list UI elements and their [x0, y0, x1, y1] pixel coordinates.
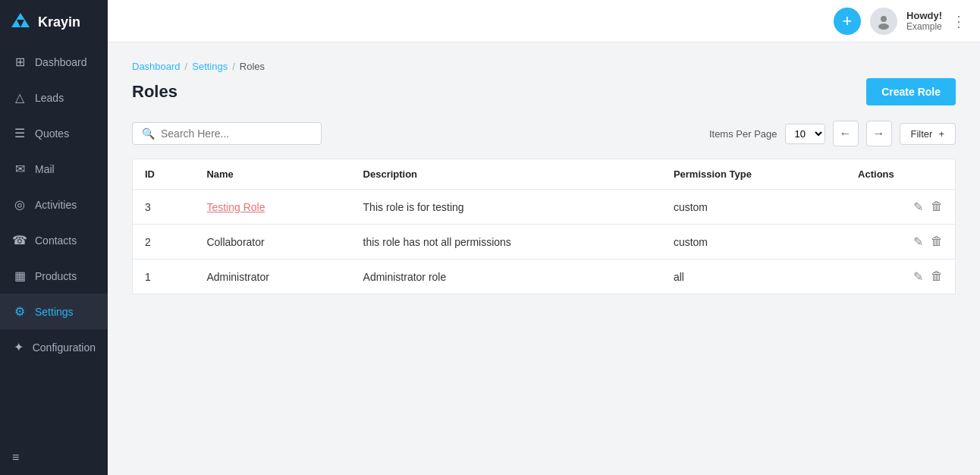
sidebar-item-label: Quotes [35, 127, 69, 140]
cell-actions: ✎ 🗑 [846, 260, 955, 294]
next-page-button[interactable]: → [866, 121, 892, 146]
sidebar-item-label: Activities [35, 199, 77, 211]
products-icon: ▦ [12, 269, 27, 283]
cell-name: Testing Role [194, 190, 350, 225]
items-per-page-select[interactable]: 10 25 50 [785, 124, 825, 144]
breadcrumb-sep-1: / [185, 61, 188, 72]
breadcrumb-sep-2: / [232, 61, 235, 72]
sidebar-item-label: Leads [35, 92, 64, 104]
main-area: + Howdy! Example ⋮ Dashboard / Settings … [108, 0, 980, 475]
configuration-icon: ✦ [12, 340, 25, 354]
search-input[interactable] [161, 127, 312, 140]
breadcrumb-settings[interactable]: Settings [192, 61, 228, 72]
sidebar-item-label: Settings [35, 306, 74, 318]
items-per-page-label: Items Per Page [709, 128, 777, 140]
action-icons: ✎ 🗑 [858, 269, 943, 284]
dashboard-icon: ⊞ [12, 55, 27, 69]
table-row: 3 Testing Role This role is for testing … [133, 190, 956, 225]
edit-icon[interactable]: ✎ [913, 234, 923, 249]
activities-icon: ◎ [12, 197, 27, 212]
table-header-row: ID Name Description Permission Type Acti… [133, 159, 956, 190]
col-permission-type: Permission Type [661, 159, 846, 190]
breadcrumb-dashboard[interactable]: Dashboard [132, 61, 181, 72]
filter-button[interactable]: Filter + [900, 123, 956, 145]
table-row: 2 Collaborator this role has not all per… [133, 225, 956, 260]
search-icon: 🔍 [142, 127, 155, 140]
table-row: 1 Administrator Administrator role all ✎… [133, 260, 956, 294]
sidebar-item-label: Configuration [33, 341, 96, 354]
topbar-add-button[interactable]: + [834, 8, 861, 35]
sidebar-item-leads[interactable]: △ Leads [0, 80, 108, 115]
svg-point-3 [878, 24, 889, 30]
menu-lines-icon: ≡ [12, 451, 19, 464]
cell-name: Administrator [194, 260, 350, 294]
cell-permission-type: custom [661, 225, 846, 260]
sidebar-bottom-icon[interactable]: ≡ [0, 440, 108, 475]
edit-icon[interactable]: ✎ [913, 200, 923, 214]
breadcrumb-current: Roles [240, 61, 265, 72]
toolbar: 🔍 Items Per Page 10 25 50 ← → Filter + [132, 121, 956, 146]
topbar-more-icon[interactable]: ⋮ [951, 12, 966, 30]
cell-description: this role has not all permissions [351, 225, 661, 260]
leads-icon: △ [12, 90, 27, 105]
edit-icon[interactable]: ✎ [913, 269, 923, 284]
svg-point-2 [881, 16, 887, 22]
page-header: Roles Create Role [132, 78, 956, 105]
filter-plus-icon: + [938, 128, 944, 140]
sidebar-item-configuration[interactable]: ✦ Configuration [0, 329, 108, 365]
topbar: + Howdy! Example ⋮ [108, 0, 980, 42]
cell-actions: ✎ 🗑 [846, 190, 955, 225]
logo[interactable]: Krayin [0, 0, 108, 44]
cell-permission-type: custom [661, 190, 846, 225]
sidebar-item-label: Dashboard [35, 56, 87, 68]
col-id: ID [133, 159, 195, 190]
prev-page-button[interactable]: ← [833, 121, 859, 146]
mail-icon: ✉ [12, 162, 27, 176]
cell-permission-type: all [661, 260, 846, 294]
action-icons: ✎ 🗑 [858, 200, 943, 214]
sidebar-item-label: Mail [35, 163, 55, 175]
breadcrumb: Dashboard / Settings / Roles [132, 61, 956, 72]
sidebar-item-quotes[interactable]: ☰ Quotes [0, 115, 108, 151]
col-actions: Actions [846, 159, 955, 190]
avatar [870, 8, 897, 35]
sidebar-item-dashboard[interactable]: ⊞ Dashboard [0, 44, 108, 80]
quotes-icon: ☰ [12, 126, 27, 140]
avatar-icon [875, 13, 892, 30]
cell-id: 3 [133, 190, 195, 225]
delete-icon[interactable]: 🗑 [931, 234, 943, 249]
topbar-howdy: Howdy! [906, 10, 942, 21]
delete-icon[interactable]: 🗑 [931, 269, 943, 284]
sidebar-item-settings[interactable]: ⚙ Settings [0, 294, 108, 329]
topbar-username: Example [906, 21, 942, 32]
toolbar-right: Items Per Page 10 25 50 ← → Filter + [709, 121, 956, 146]
role-name-link[interactable]: Testing Role [206, 201, 265, 213]
delete-icon[interactable]: 🗑 [931, 200, 943, 214]
sidebar-item-mail[interactable]: ✉ Mail [0, 151, 108, 187]
sidebar-item-activities[interactable]: ◎ Activities [0, 187, 108, 222]
create-role-button[interactable]: Create Role [866, 78, 956, 105]
table-head: ID Name Description Permission Type Acti… [133, 159, 956, 190]
cell-id: 1 [133, 260, 195, 294]
roles-table: ID Name Description Permission Type Acti… [132, 159, 956, 294]
logo-text: Krayin [38, 14, 80, 30]
sidebar-item-label: Products [35, 270, 77, 282]
col-description: Description [351, 159, 661, 190]
sidebar-item-products[interactable]: ▦ Products [0, 258, 108, 294]
sidebar-item-label: Contacts [35, 234, 77, 247]
cell-description: Administrator role [351, 260, 661, 294]
page-title: Roles [132, 82, 177, 102]
filter-label: Filter [911, 128, 933, 140]
sidebar-nav: ⊞ Dashboard △ Leads ☰ Quotes ✉ Mail ◎ Ac… [0, 44, 108, 440]
cell-description: This role is for testing [351, 190, 661, 225]
content: Dashboard / Settings / Roles Roles Creat… [108, 42, 980, 475]
settings-icon: ⚙ [12, 304, 27, 319]
search-box[interactable]: 🔍 [132, 122, 322, 145]
col-name: Name [194, 159, 350, 190]
cell-actions: ✎ 🗑 [846, 225, 955, 260]
contacts-icon: ☎ [12, 233, 27, 247]
sidebar: Krayin ⊞ Dashboard △ Leads ☰ Quotes ✉ Ma… [0, 0, 108, 475]
sidebar-item-contacts[interactable]: ☎ Contacts [0, 222, 108, 258]
action-icons: ✎ 🗑 [858, 234, 943, 249]
logo-icon [9, 11, 32, 33]
